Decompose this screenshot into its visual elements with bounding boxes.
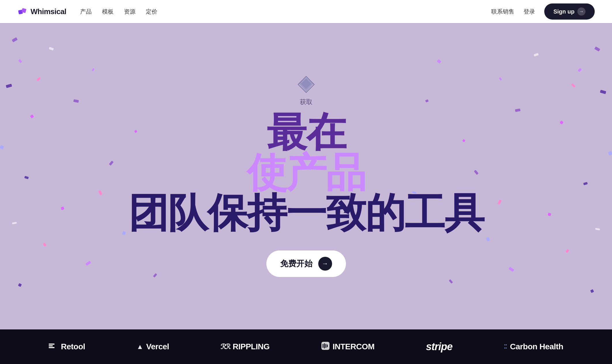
logo-carbon-health: ⁚⁚ Carbon Health <box>504 342 563 351</box>
signup-button[interactable]: Sign up → <box>544 3 595 20</box>
svg-rect-11 <box>325 344 326 348</box>
logo-text: Whimsical <box>31 7 66 16</box>
svg-rect-10 <box>324 343 325 348</box>
nav-right: 联系销售 登录 Sign up → <box>491 3 595 20</box>
logo-rippling: ℛℛ RIPPLING <box>221 342 270 351</box>
nav-templates[interactable]: 模板 <box>102 8 114 16</box>
vercel-label: Vercel <box>146 342 169 351</box>
stripe-label: stripe <box>426 341 452 353</box>
hero-content: 获取 最在 使产品 团队保持一致的工具 免费开始 → <box>128 76 484 277</box>
logo-stripe: stripe <box>426 341 452 353</box>
cta-arrow-icon: → <box>318 257 332 271</box>
logo-vercel: ▲ Vercel <box>137 342 169 351</box>
nav-left: Whimsical 产品 模板 资源 定价 <box>17 6 157 17</box>
nav-resources[interactable]: 资源 <box>124 8 135 16</box>
hero-diamond-icon <box>297 76 315 94</box>
nav-products[interactable]: 产品 <box>80 8 92 16</box>
logos-bar: Retool ▲ Vercel ℛℛ RIPPLING INTERCOM str… <box>0 329 612 364</box>
svg-rect-7 <box>49 347 54 348</box>
retool-icon <box>49 342 58 351</box>
svg-rect-12 <box>327 344 328 347</box>
svg-rect-9 <box>323 344 323 348</box>
svg-rect-5 <box>49 344 54 345</box>
cta-label: 免费开始 <box>280 258 312 269</box>
vercel-icon: ▲ <box>137 343 143 351</box>
cta-button[interactable]: 免费开始 → <box>266 250 346 277</box>
hero-line3: 团队保持一致的工具 <box>128 193 484 233</box>
nav-links: 产品 模板 资源 定价 <box>80 8 157 16</box>
carbon-health-icon: ⁚⁚ <box>504 344 507 350</box>
logo-intercom: INTERCOM <box>321 342 374 352</box>
hero-line2: 使产品 <box>247 152 365 193</box>
carbon-health-label: Carbon Health <box>510 342 563 351</box>
rippling-label: RIPPLING <box>233 342 270 351</box>
rippling-icon: ℛℛ <box>221 343 230 351</box>
contact-sales-link[interactable]: 联系销售 <box>491 8 514 16</box>
intercom-label: INTERCOM <box>333 342 374 351</box>
signup-label: Sign up <box>553 8 575 15</box>
svg-rect-6 <box>49 345 53 346</box>
nav-pricing[interactable]: 定价 <box>146 8 157 16</box>
hero-line1: 最在 <box>267 112 346 152</box>
intercom-icon <box>321 342 330 352</box>
login-link[interactable]: 登录 <box>524 8 535 16</box>
signup-arrow-icon: → <box>577 7 585 16</box>
logo-icon <box>17 6 28 17</box>
logo-retool: Retool <box>49 342 85 351</box>
hero-section: 获取 最在 使产品 团队保持一致的工具 免费开始 → <box>0 23 612 329</box>
navbar: Whimsical 产品 模板 资源 定价 联系销售 登录 Sign up → <box>0 0 612 23</box>
hero-subtitle: 获取 <box>300 98 312 106</box>
hero-headline: 最在 使产品 团队保持一致的工具 <box>128 112 484 233</box>
retool-label: Retool <box>61 342 85 351</box>
logo[interactable]: Whimsical <box>17 6 66 17</box>
